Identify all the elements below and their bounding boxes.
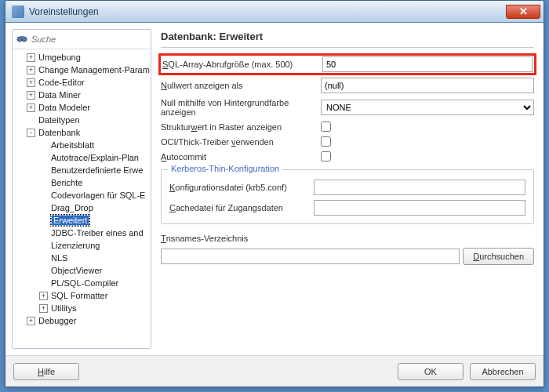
tree-item-label: Datenbank [38,128,80,137]
svg-rect-2 [20,36,24,38]
tree-item-label: Data Modeler [38,103,90,112]
preferences-window: Voreinstellungen ✕ +Umgebung+Change Mana… [5,0,544,387]
tree-item-label: Erweitert [51,215,89,226]
tree-item-data-miner[interactable]: +Data Miner [13,89,151,101]
binoculars-icon [16,33,28,45]
tree-item-label: SQL Formatter [51,291,107,300]
tree-item-label: Debugger [38,316,76,325]
tree-item-label: Berichte [51,178,82,187]
search-input[interactable] [31,34,147,44]
tree-item-label: Arbeitsblatt [51,140,94,150]
tree-item-label: Drag_Drop [51,203,93,212]
tree-expand-icon[interactable]: + [27,91,35,100]
tree-item-drag-drop[interactable]: Drag_Drop [13,201,151,214]
null-display-input[interactable] [321,78,534,93]
tree-item-objectviewer[interactable]: ObjectViewer [13,264,151,277]
autocommit-label: Autocommit [161,152,318,162]
oci-label: OCI/Thick-Treiber verwenden [161,137,318,147]
preferences-tree[interactable]: +Umgebung+Change Management-Param+Code-E… [13,49,151,348]
tns-label: Tnsnames-Verzeichnis [161,234,318,243]
oci-checkbox[interactable] [321,136,331,147]
tree-expand-icon[interactable]: + [27,103,35,112]
tree-item-debugger[interactable]: +Debugger [13,314,151,327]
tree-item-utilitys[interactable]: +Utilitys [13,302,151,314]
tree-expand-icon[interactable]: + [39,304,48,313]
app-icon [12,5,24,18]
kerberos-group-title: Kerberos-Thin-Konfiguration [168,164,282,173]
kerberos-group: Kerberos-Thin-Konfiguration Konfiguratio… [161,169,534,224]
tree-item-autotrace-explain-plan[interactable]: Autotrace/Explain-Plan [13,151,151,164]
tree-item-label: Autotrace/Explain-Plan [51,153,139,162]
tree-item-arbeitsblatt[interactable]: Arbeitsblatt [13,139,151,151]
help-button[interactable]: Hilfe [13,363,79,380]
tree-expand-icon[interactable]: + [27,78,35,87]
page-title: Datenbank: Erweitert [161,29,534,48]
tree-item-benutzerdefinierte-erwe[interactable]: Benutzerdefinierte Erwe [13,164,151,176]
null-bg-select[interactable]: NONE [321,100,534,115]
autocommit-checkbox[interactable] [321,151,331,162]
tree-item-sql-formatter[interactable]: +SQL Formatter [13,289,151,302]
tree-item-label: Data Miner [38,90,81,100]
tree-item-erweitert[interactable]: Erweitert [13,214,151,227]
tree-item-change-management-param[interactable]: +Change Management-Param [13,64,151,76]
tree-expand-icon[interactable]: + [39,292,48,300]
tree-expand-icon[interactable]: + [27,66,35,74]
tree-item-pl-sql-compiler[interactable]: PL/SQL-Compiler [13,277,151,289]
tns-input[interactable] [161,249,460,264]
tree-item-label: Lizenzierung [51,241,100,250]
tree-item-dateitypen[interactable]: Dateitypen [13,114,151,126]
null-display-label: Nullwert anzeigen als [161,81,318,90]
tree-item-code-editor[interactable]: +Code-Editor [13,76,151,89]
tree-item-berichte[interactable]: Berichte [13,176,151,189]
tree-item-label: Codevorlagen für SQL-E [51,191,145,200]
tree-item-nls[interactable]: NLS [13,252,151,264]
tree-item-label: Utilitys [51,303,76,313]
tree-item-datenbank[interactable]: -Datenbank [13,126,151,139]
window-title: Voreinstellungen [29,6,507,17]
krb-conf-input[interactable] [314,180,525,195]
tree-item-lizenzierung[interactable]: Lizenzierung [13,239,151,252]
close-button[interactable]: ✕ [506,5,540,19]
ok-button[interactable]: OK [398,363,464,380]
struct-label: Strukturwert in Raster anzeigen [161,122,318,132]
dialog-footer: Hilfe OK Abbrechen [5,355,544,387]
sidebar: +Umgebung+Change Management-Param+Code-E… [12,29,151,349]
sql-array-input[interactable] [322,56,533,72]
sql-array-label: SQL-Array-Abrufgröße (max. 500) [162,60,319,69]
tree-item-label: Change Management-Param [38,65,150,74]
tree-item-jdbc-treiber-eines-and[interactable]: JDBC-Treiber eines and [13,227,151,239]
tree-item-label: Umgebung [38,53,81,62]
tree-expand-icon[interactable]: + [27,53,35,62]
krb-conf-label: Konfigurationsdatei (krb5.conf) [169,183,311,192]
null-bg-label: Null mithilfe von Hintergrundfarbe anzei… [161,98,318,117]
tree-item-label: JDBC-Treiber eines and [51,228,144,238]
titlebar: Voreinstellungen ✕ [5,1,544,23]
tree-item-data-modeler[interactable]: +Data Modeler [13,101,151,114]
krb-cache-label: Cachedatei für Zugangsdaten [169,203,311,212]
tree-item-label: Code-Editor [38,78,85,87]
tree-item-label: Benutzerdefinierte Erwe [51,165,143,175]
tree-item-codevorlagen-f-r-sql-e[interactable]: Codevorlagen für SQL-E [13,189,151,201]
sql-array-row: SQL-Array-Abrufgröße (max. 500) [161,56,534,73]
tree-item-label: Dateitypen [38,115,80,125]
browse-button[interactable]: Durchsuchen [463,248,534,265]
struct-checkbox[interactable] [321,122,331,132]
tree-expand-icon[interactable]: - [27,129,35,137]
search-box [13,30,151,49]
tree-expand-icon[interactable]: + [27,317,35,325]
krb-cache-input[interactable] [314,200,525,216]
tree-item-label: ObjectViewer [51,266,102,275]
cancel-button[interactable]: Abbrechen [470,363,536,380]
tree-item-umgebung[interactable]: +Umgebung [13,51,151,64]
tree-item-label: PL/SQL-Compiler [51,278,118,288]
tree-item-label: NLS [51,253,67,263]
main-panel: Datenbank: Erweitert SQL-Array-Abrufgröß… [158,29,537,349]
